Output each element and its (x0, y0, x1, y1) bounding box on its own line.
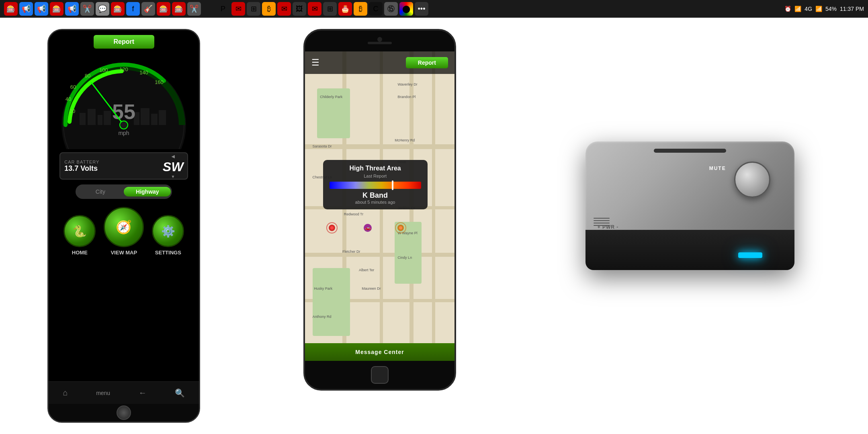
app-icon-grid[interactable]: ⊞ (247, 2, 260, 16)
highway-mode[interactable]: Highway (124, 187, 171, 197)
view-map-button[interactable]: 🧭 VIEW MAP (104, 207, 144, 256)
app-icon-more[interactable]: ••• (415, 2, 428, 16)
threat-indicator (392, 180, 393, 190)
speedometer: 20 40 60 80 100 120 140 160 55 mph (55, 53, 192, 149)
map-road-v4 (432, 51, 435, 361)
hamburger-menu[interactable]: ☰ (311, 57, 319, 68)
radar-detector-device: MUTE + PWR - (559, 85, 821, 366)
device-mute-button[interactable] (734, 162, 770, 198)
map-header: ☰ Report (305, 51, 454, 74)
radar-marker-left (326, 222, 338, 236)
label-waverley: Waverley Dr (398, 82, 418, 86)
device-body-main: MUTE + PWR - (585, 141, 794, 270)
message-center-label: Message Center (355, 349, 404, 355)
label-anthony: Anthony Rd (313, 315, 332, 319)
direction-value: SW (163, 160, 184, 174)
status-bar: 🎰 📢 📢 🎰 📢 ✂️ 💬 🎰 f 🎸 🎰 🎰 ✂️ P ✉ ⊞ ₿ ✉ 🖼 … (0, 0, 868, 18)
center-phone-bottom (305, 361, 454, 389)
app-icon-paypal[interactable]: P (216, 2, 230, 16)
svg-rect-7 (141, 108, 149, 125)
app-icon-c[interactable]: C (369, 2, 383, 16)
search-icon[interactable]: 🔍 (175, 388, 185, 398)
settings-button[interactable]: ⚙️ SETTINGS (152, 215, 184, 256)
app-icon-12[interactable]: 🎰 (172, 2, 186, 16)
label-husky: Husky Park (314, 287, 332, 291)
app-icon-grid2[interactable]: ⊞ (323, 2, 337, 16)
settings-label: SETTINGS (155, 250, 181, 256)
app-icon-img[interactable]: 🖼 (293, 2, 306, 16)
app-icon-1[interactable]: 🎰 (4, 2, 18, 16)
map-park-3 (313, 268, 350, 336)
battery-direction-panel: CAR BATTERY 13.7 Volts ◄ SW ▼ (59, 152, 188, 180)
label-fletcher: Fletcher Dr (342, 250, 360, 254)
threat-spectrum (330, 182, 421, 189)
report-button-center[interactable]: Report (406, 57, 448, 68)
app-icon-2[interactable]: 📢 (19, 2, 33, 16)
app-icon-gmail[interactable]: ✉ (231, 2, 245, 16)
menu-label[interactable]: menu (96, 390, 110, 396)
vent-line-3 (594, 223, 610, 223)
app-icon-gmail2[interactable]: ✉ (277, 2, 291, 16)
report-button-left[interactable]: Report (94, 35, 155, 49)
main-content: Report (0, 18, 868, 434)
app-icon-13[interactable]: ✂️ (187, 2, 201, 16)
label-albert: Albert Ter (359, 268, 374, 272)
svg-point-20 (120, 121, 128, 129)
signal-bars: 📶 (815, 6, 822, 12)
app-icon-10[interactable]: 🎸 (141, 2, 155, 16)
phone-camera (377, 37, 382, 42)
threat-last-report: Last Report (330, 174, 421, 178)
svg-point-24 (330, 226, 334, 229)
svg-rect-5 (104, 111, 111, 125)
app-icon-3[interactable]: 📢 (35, 2, 48, 16)
label-cindy: Cindy Ln (398, 256, 412, 260)
left-phone: Report (47, 29, 200, 423)
threat-band: K Band (330, 191, 421, 200)
svg-point-29 (399, 226, 402, 229)
center-phone-home-btn[interactable] (371, 366, 389, 384)
direction-arrow-down: ▼ (171, 174, 175, 179)
mode-selector[interactable]: City Highway (76, 184, 172, 199)
wifi-icon: 📶 (794, 6, 801, 12)
device-vent (594, 218, 610, 226)
app-icon-btc[interactable]: ₿ (262, 2, 276, 16)
vent-line-1 (594, 218, 610, 219)
svg-text:120: 120 (119, 66, 128, 72)
home-icon-circle: 🐍 (63, 215, 96, 247)
app-icon-9[interactable]: f (126, 2, 140, 16)
phone-home-circle-btn[interactable] (117, 405, 131, 420)
battery-pct: 54% (825, 6, 837, 12)
app-icon-11[interactable]: 🎰 (157, 2, 170, 16)
direction-arrow-left: ◄ (170, 153, 176, 160)
label-redwood: Redwood Tr (344, 212, 364, 216)
app-icon-7[interactable]: 💬 (96, 2, 109, 16)
app-icon-8[interactable]: 🎰 (111, 2, 125, 16)
car-marker: 🚗 (362, 222, 374, 236)
app-icon-btc2[interactable]: ₿ (354, 2, 367, 16)
device-base (585, 230, 794, 270)
direction-display: ◄ SW ▼ (163, 153, 184, 179)
back-icon[interactable]: ← (139, 388, 147, 397)
app-icon-5[interactable]: 📢 (65, 2, 79, 16)
svg-text:80: 80 (85, 73, 90, 79)
phone-speaker (368, 42, 392, 44)
app-icon-rainbow[interactable]: ⬤ (399, 2, 413, 16)
threat-title: High Threat Area (330, 165, 421, 172)
radar-marker-right (395, 222, 407, 236)
radar-device-body: MUTE + PWR - (573, 141, 807, 310)
view-map-label: VIEW MAP (111, 250, 137, 256)
city-mode[interactable]: City (77, 187, 124, 197)
app-icon-15[interactable]: ⑮ (384, 2, 398, 16)
threat-time: about 5 minutes ago (330, 200, 421, 205)
app-icon-cake[interactable]: 🎂 (338, 2, 352, 16)
battery-voltage: 13.7 Volts (64, 164, 99, 173)
view-map-icon-circle: 🧭 (104, 207, 144, 247)
app-icon-4[interactable]: 🎰 (50, 2, 63, 16)
center-phone-wrapper: Childerly Park Waverley Dr Brandon Pl Sa… (295, 29, 464, 423)
label-brandon: Brandon Pl (398, 95, 416, 99)
center-phone-screen: Childerly Park Waverley Dr Brandon Pl Sa… (305, 51, 454, 361)
home-hw-icon[interactable]: ⌂ (63, 388, 68, 397)
home-button[interactable]: 🐍 HOME (63, 215, 96, 256)
app-icon-gmail3[interactable]: ✉ (308, 2, 321, 16)
app-icon-6[interactable]: ✂️ (80, 2, 94, 16)
